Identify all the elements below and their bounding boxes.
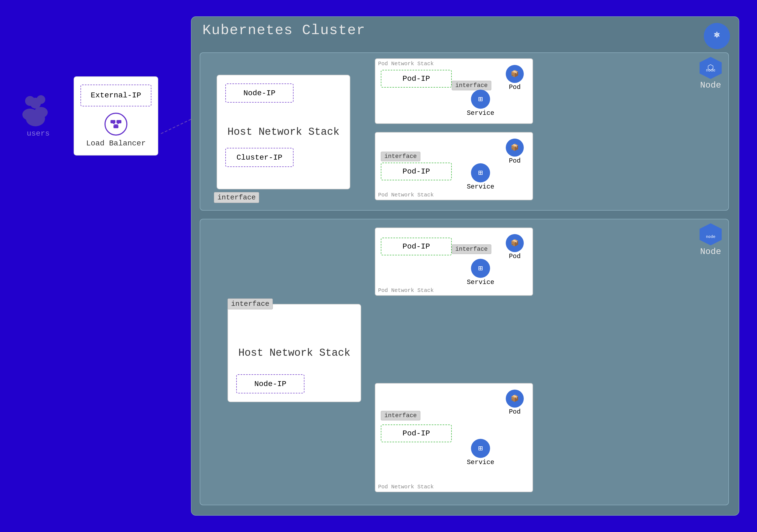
top-pod-icon-2: 📦 Pod [505,138,524,165]
top-node-ip: Node-IP [225,83,293,103]
top-pod-icon-1: 📦 Pod [505,64,524,91]
top-svc-area-1: ⊞ Service [467,89,494,117]
bottom-node-icon: node [698,222,723,247]
bottom-host-network-stack-label: Host Network Stack [238,346,350,360]
svg-rect-13 [116,120,121,123]
bottom-pod-ip-1: Pod-IP [381,237,452,255]
svg-text:⊞: ⊞ [478,169,483,177]
svg-text:📦: 📦 [511,143,519,151]
bottom-node-ip: Node-IP [236,374,304,393]
bottom-interface-2: interface [381,411,420,421]
bottom-svc-area-1: ⊞ Service [467,258,494,286]
external-ip-label: External-IP [91,91,141,100]
svg-text:⎈: ⎈ [713,29,720,42]
top-host-network-stack: Host Network Stack Node-IP Cluster-IP [217,75,350,189]
bottom-svc-area-2: ⊞ Service [467,438,494,466]
bottom-node-row: node Node Host Network Stack Node-IP int… [200,219,729,505]
top-node-row: ⬡ node Node Host Network Stack Node-IP C… [200,52,729,211]
bottom-node-interface-left: interface [227,298,273,309]
top-host-network-stack-label: Host Network Stack [227,125,339,139]
top-svc-svg-1: ⊞ [470,89,491,110]
svg-point-11 [105,113,127,135]
svg-text:📦: 📦 [511,394,519,402]
bottom-pod-svg-2: 📦 [505,389,524,408]
top-pod-svg-2: 📦 [505,138,524,157]
top-svc-label-1: Service [467,110,494,117]
bottom-pns-1: Pod-IP interface Pod Network Stack 📦 Pod… [375,228,533,296]
bottom-pod-label-1: Pod [509,253,521,260]
top-pod-label-1: Pod [509,83,521,91]
kubernetes-logo: ⎈ [703,22,731,50]
bottom-pod-icon-2: 📦 Pod [505,389,524,416]
svg-text:⊞: ⊞ [478,265,483,273]
top-node-interface-left: interface [214,192,259,203]
top-pod-label-2: Pod [509,157,521,165]
top-svc-svg-2: ⊞ [470,163,491,183]
users-label: users [27,129,50,138]
top-interface-2: interface [381,152,420,161]
bottom-node-label: Node [700,247,721,257]
svg-line-15 [113,123,116,125]
top-pns-2: interface Pod-IP Pod Network Stack 📦 Pod… [375,132,533,200]
load-balancer-label: Load Balancer [86,139,146,148]
top-pod-ip-1: Pod-IP [381,70,452,88]
bottom-pod-ip-2: Pod-IP [381,424,452,442]
svg-point-9 [30,98,41,109]
svg-text:node: node [706,68,715,72]
svg-text:⊞: ⊞ [478,95,483,104]
bottom-pod-svg-1: 📦 [505,234,524,253]
bottom-node-icon-area: node Node [698,222,723,257]
svg-rect-12 [110,120,115,123]
users-icon [16,93,60,128]
bottom-host-network-stack: Host Network Stack Node-IP [227,304,361,402]
svg-point-10 [26,111,45,126]
bottom-pod-icon-1: 📦 Pod [505,234,524,260]
top-cluster-ip: Cluster-IP [225,148,293,167]
top-svc-area-2: ⊞ Service [467,163,494,190]
svg-text:⊞: ⊞ [478,444,483,453]
kubernetes-cluster: Kubernetes Cluster ⎈ ⬡ node Node Host Ne… [191,16,739,516]
users-area: users [16,93,60,138]
top-node-label: Node [700,80,721,90]
bottom-svc-label-1: Service [467,279,494,286]
top-pod-ip-2: Pod-IP [381,163,452,180]
external-ip-box: External-IP [80,84,151,107]
load-balancer-icon [104,112,128,137]
load-balancer-box: External-IP Load Balancer [74,77,158,155]
top-pod-svg-1: 📦 [505,64,524,83]
top-node-icon: ⬡ node [698,56,723,80]
top-svc-label-2: Service [467,183,494,190]
svg-rect-14 [113,125,118,128]
bottom-pns-2: interface Pod-IP Pod Network Stack 📦 Pod… [375,383,533,492]
bottom-svc-svg-1: ⊞ [470,258,491,279]
cluster-title: Kubernetes Cluster [202,22,366,39]
bottom-pod-label-2: Pod [509,408,521,416]
svg-line-16 [116,123,119,125]
top-pns-1: Pod Network Stack Pod-IP interface 📦 Pod… [375,58,533,124]
top-node-icon-area: ⬡ node Node [698,56,723,90]
svg-text:node: node [706,235,715,239]
bottom-svc-svg-2: ⊞ [470,438,491,458]
bottom-interface-1: interface [452,244,491,254]
bottom-svc-label-2: Service [467,458,494,466]
svg-text:📦: 📦 [511,239,519,247]
svg-text:📦: 📦 [511,70,519,78]
